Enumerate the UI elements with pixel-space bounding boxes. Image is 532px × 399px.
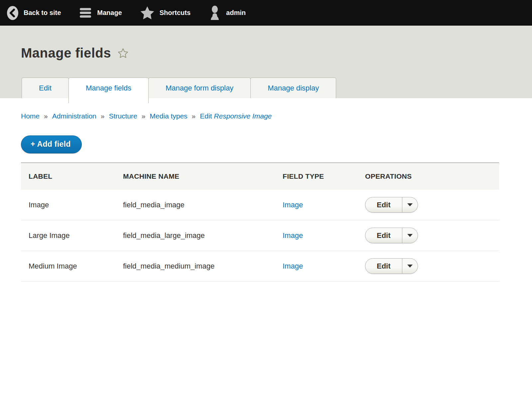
breadcrumb-current-prefix: Edit [200,112,212,120]
add-field-button[interactable]: + Add field [21,135,82,153]
field-machine-name: field_media_image [123,201,283,209]
fields-table: LABEL MACHINE NAME FIELD TYPE OPERATIONS… [21,162,499,282]
edit-dropbutton: Edit [365,197,418,213]
shortcuts-label: Shortcuts [160,9,191,17]
field-type-link[interactable]: Image [283,201,303,209]
table-header-row: LABEL MACHINE NAME FIELD TYPE OPERATIONS [21,163,499,190]
breadcrumb-link-home[interactable]: Home [21,112,40,120]
edit-dropbutton: Edit [365,258,418,274]
field-label: Medium Image [29,262,123,271]
breadcrumb-link-administration[interactable]: Administration [52,112,96,120]
breadcrumb-separator: » [192,112,196,120]
primary-tabs: Edit Manage fields Manage form display M… [22,78,336,98]
person-icon [208,5,221,21]
caret-down-icon [407,203,413,206]
breadcrumb-separator: » [101,112,105,120]
hamburger-icon [79,7,92,19]
field-machine-name: field_media_large_image [123,231,283,240]
field-type-link[interactable]: Image [283,231,303,240]
dropdown-toggle-button[interactable] [402,259,418,274]
breadcrumb-link-media-types[interactable]: Media types [150,112,187,120]
caret-down-icon [407,234,413,237]
shortcuts-menu-item[interactable]: Shortcuts [140,6,191,20]
main-content: Home » Administration » Structure » Medi… [0,98,532,282]
breadcrumb-current-name: Responsive Image [214,112,272,120]
field-label: Large Image [29,231,123,240]
back-to-site-link[interactable]: Back to site [7,6,61,20]
page-title-text: Manage fields [21,46,111,61]
caret-down-icon [407,265,413,268]
tab-manage-display[interactable]: Manage display [250,78,336,98]
user-label: admin [226,9,246,17]
breadcrumb: Home » Administration » Structure » Medi… [21,112,511,120]
admin-toolbar: Back to site Manage Shortcuts admin [0,0,532,26]
breadcrumb-separator: » [142,112,146,120]
edit-button[interactable]: Edit [365,228,402,243]
table-row-medium-image: Medium Image field_media_medium_image Im… [21,251,499,282]
tab-edit[interactable]: Edit [22,78,69,98]
page-header: Manage fields Edit Manage fields Manage … [0,26,532,98]
column-header-field-type: FIELD TYPE [283,172,365,180]
edit-button[interactable]: Edit [365,259,402,274]
column-header-label: LABEL [29,172,123,180]
dropdown-toggle-button[interactable] [402,228,418,243]
field-machine-name: field_media_medium_image [123,262,283,271]
star-icon [140,6,155,20]
column-header-operations: OPERATIONS [365,172,499,180]
page-title: Manage fields [21,26,532,61]
tab-manage-form-display[interactable]: Manage form display [148,78,251,98]
back-to-site-label: Back to site [24,9,61,17]
manage-label: Manage [97,9,122,17]
user-menu-item[interactable]: admin [208,5,246,21]
tab-manage-fields[interactable]: Manage fields [68,78,149,103]
manage-menu-item[interactable]: Manage [79,7,122,19]
table-row-image: Image field_media_image Image Edit [21,190,499,220]
field-label: Image [29,201,123,209]
breadcrumb-separator: » [44,112,48,120]
breadcrumb-current[interactable]: Edit Responsive Image [200,112,272,120]
dropdown-toggle-button[interactable] [402,197,418,212]
edit-button[interactable]: Edit [365,197,402,212]
table-row-large-image: Large Image field_media_large_image Imag… [21,220,499,251]
back-icon [7,6,19,20]
star-outline-icon[interactable] [118,46,128,61]
column-header-machine-name: MACHINE NAME [123,172,283,180]
breadcrumb-link-structure[interactable]: Structure [109,112,137,120]
field-type-link[interactable]: Image [283,262,303,270]
edit-dropbutton: Edit [365,228,418,243]
